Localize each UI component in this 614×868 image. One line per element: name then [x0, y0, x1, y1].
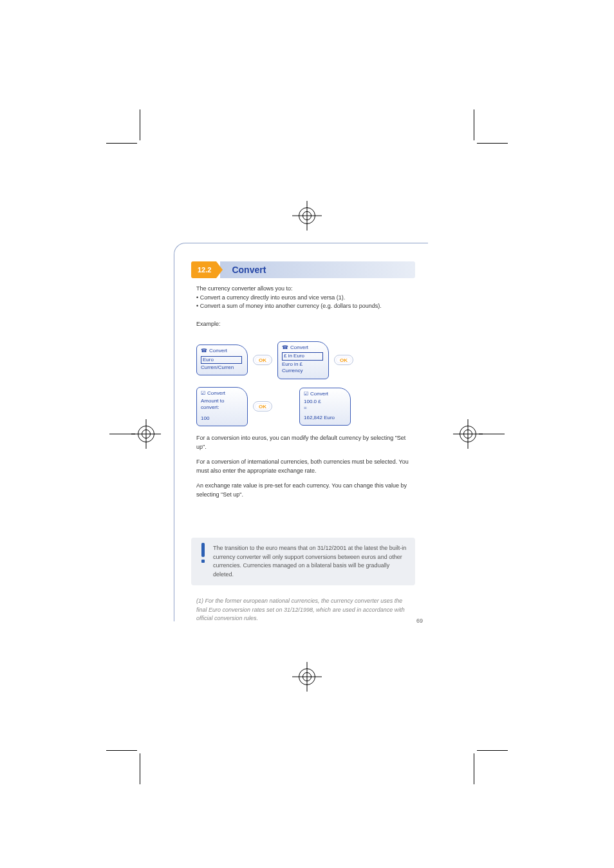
prompt-line: convert:: [201, 404, 243, 411]
footnote: (1) For the former european national cur…: [196, 597, 414, 623]
screen-title: Convert: [209, 348, 227, 354]
convert-icon: ☎: [201, 348, 207, 354]
intro-text: The currency converter allows you to: • …: [196, 285, 414, 311]
bullet-item: Convert a currency directly into euros a…: [200, 294, 346, 301]
option-line: Currency: [282, 368, 324, 374]
selected-option: Euro: [201, 356, 242, 364]
option-line: Euro in £: [282, 361, 324, 368]
equals-line: =: [304, 405, 346, 411]
section-title: Convert: [220, 261, 415, 278]
option-line: Curren/Curren: [201, 364, 243, 371]
paragraph: For a conversion of international curren…: [196, 458, 414, 475]
section-header: 12.2 Convert: [191, 261, 415, 278]
flow-row: ☎Convert Euro Curren/Curren OK ☎Convert …: [196, 341, 415, 379]
note-text: The transition to the euro means that on…: [213, 545, 406, 578]
page-number: 69: [416, 618, 423, 624]
crop-mark: [106, 739, 151, 784]
phone-screen-4: ☑Convert 100.0 £ = 162,842 Euro: [299, 388, 351, 426]
convert-icon: ☎: [282, 344, 288, 351]
crop-mark: [463, 739, 508, 784]
ok-button[interactable]: OK: [253, 355, 272, 365]
bullet-item: Convert a sum of money into another curr…: [200, 303, 382, 309]
registration-mark-icon: [135, 423, 157, 445]
result-value: 162,842 Euro: [304, 415, 346, 421]
screen-title: Convert: [310, 391, 328, 397]
ok-label: OK: [340, 357, 348, 363]
registration-mark-icon: [296, 205, 318, 227]
example-label: Example:: [196, 320, 414, 329]
screen-title: Convert: [290, 344, 308, 351]
screen-title: Convert: [207, 390, 225, 397]
crop-mark: [463, 109, 508, 155]
exclamation-icon: [199, 543, 207, 563]
section-number-badge: 12.2: [191, 261, 216, 278]
ok-button[interactable]: OK: [253, 401, 272, 411]
note-box: The transition to the euro means that on…: [191, 538, 415, 585]
ok-label: OK: [259, 357, 266, 363]
phone-screen-3: ☑Convert Amount to convert: 100: [196, 387, 248, 427]
ok-label: OK: [259, 404, 266, 410]
convert-icon: ☑: [304, 391, 308, 397]
ok-button[interactable]: OK: [334, 355, 353, 365]
result-line: 100.0 £: [304, 399, 346, 405]
example-flow: ☎Convert Euro Curren/Curren OK ☎Convert …: [196, 341, 415, 426]
paragraph: For a conversion into euros, you can mod…: [196, 434, 414, 451]
registration-mark-icon: [457, 423, 479, 445]
crop-line: [479, 434, 505, 435]
input-value: 100: [201, 415, 243, 422]
phone-screen-1: ☎Convert Euro Curren/Curren: [196, 344, 248, 375]
flow-row: ☑Convert Amount to convert: 100 OK ☑Conv…: [196, 387, 415, 427]
paragraph: An exchange rate value is pre-set for ea…: [196, 482, 414, 499]
manual-page: 12.2 Convert The currency converter allo…: [174, 243, 428, 621]
crop-mark: [106, 109, 151, 155]
registration-mark-icon: [296, 666, 318, 688]
selected-option: £ in Euro: [282, 352, 323, 360]
prompt-line: Amount to: [201, 398, 243, 404]
phone-screen-2: ☎Convert £ in Euro Euro in £ Currency: [277, 341, 329, 379]
paragraph: The currency converter allows you to:: [196, 285, 293, 292]
convert-icon: ☑: [201, 390, 205, 397]
